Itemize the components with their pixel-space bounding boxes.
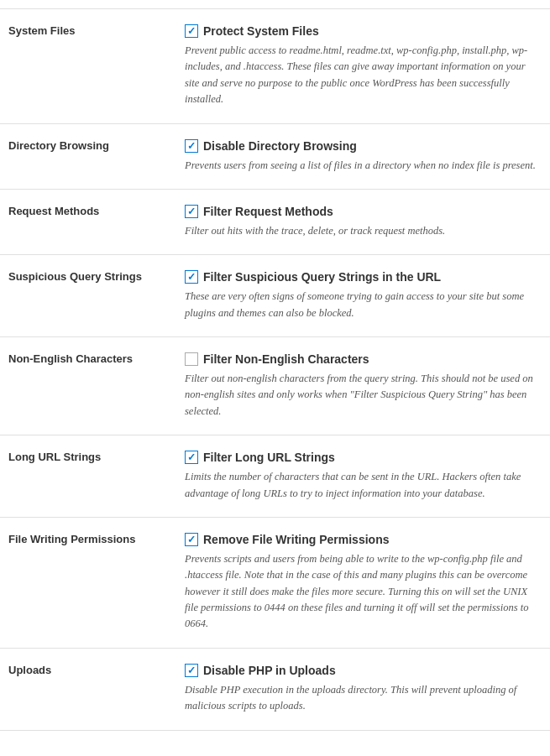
checkbox-long-url-strings[interactable] bbox=[185, 451, 198, 464]
checkbox-request-methods[interactable] bbox=[185, 205, 198, 218]
content-suspicious-query-strings: Filter Suspicious Query Strings in the U… bbox=[176, 255, 550, 337]
title-text-request-methods: Filter Request Methods bbox=[203, 205, 333, 218]
label-request-methods: Request Methods bbox=[0, 189, 176, 254]
title-text-long-url-strings: Filter Long URL Strings bbox=[203, 451, 335, 464]
description-request-methods: Filter out hits with the trace, delete, … bbox=[185, 223, 537, 239]
settings-table: System FilesProtect System FilesPrevent … bbox=[0, 8, 550, 731]
row-directory-browsing: Directory BrowsingDisable Directory Brow… bbox=[0, 123, 550, 189]
content-non-english-characters: Filter Non-English CharactersFilter out … bbox=[176, 337, 550, 435]
label-non-english-characters: Non-English Characters bbox=[0, 337, 176, 435]
row-system-files: System FilesProtect System FilesPrevent … bbox=[0, 9, 550, 124]
description-suspicious-query-strings: These are very often signs of someone tr… bbox=[185, 289, 537, 321]
content-file-writing-permissions: Remove File Writing PermissionsPrevents … bbox=[176, 517, 550, 648]
title-text-non-english-characters: Filter Non-English Characters bbox=[203, 352, 369, 366]
title-text-suspicious-query-strings: Filter Suspicious Query Strings in the U… bbox=[203, 270, 441, 284]
row-non-english-characters: Non-English CharactersFilter Non-English… bbox=[0, 337, 550, 435]
title-text-system-files: Protect System Files bbox=[203, 24, 319, 38]
checkbox-uploads[interactable] bbox=[185, 664, 198, 677]
checkbox-file-writing-permissions[interactable] bbox=[185, 533, 198, 546]
content-uploads: Disable PHP in UploadsDisable PHP execut… bbox=[176, 648, 550, 730]
checkbox-directory-browsing[interactable] bbox=[185, 139, 198, 153]
title-text-uploads: Disable PHP in Uploads bbox=[203, 664, 336, 677]
row-request-methods: Request MethodsFilter Request MethodsFil… bbox=[0, 189, 550, 254]
label-uploads: Uploads bbox=[0, 648, 176, 730]
label-system-files: System Files bbox=[0, 9, 176, 124]
label-suspicious-query-strings: Suspicious Query Strings bbox=[0, 255, 176, 337]
checkbox-suspicious-query-strings[interactable] bbox=[185, 270, 198, 284]
row-suspicious-query-strings: Suspicious Query StringsFilter Suspiciou… bbox=[0, 255, 550, 337]
label-directory-browsing: Directory Browsing bbox=[0, 123, 176, 189]
description-file-writing-permissions: Prevents scripts and users from being ab… bbox=[185, 551, 537, 633]
option-title-uploads: Disable PHP in Uploads bbox=[185, 664, 537, 677]
checkbox-system-files[interactable] bbox=[185, 24, 198, 38]
description-non-english-characters: Filter out non-english characters from t… bbox=[185, 371, 537, 420]
title-text-directory-browsing: Disable Directory Browsing bbox=[203, 139, 357, 153]
description-long-url-strings: Limits the number of characters that can… bbox=[185, 469, 537, 502]
content-system-files: Protect System FilesPrevent public acces… bbox=[176, 9, 550, 124]
row-long-url-strings: Long URL StringsFilter Long URL StringsL… bbox=[0, 435, 550, 518]
checkbox-non-english-characters[interactable] bbox=[185, 352, 198, 366]
description-uploads: Disable PHP execution in the uploads dir… bbox=[185, 682, 537, 715]
option-title-non-english-characters: Filter Non-English Characters bbox=[185, 352, 537, 366]
option-title-request-methods: Filter Request Methods bbox=[185, 205, 537, 218]
description-directory-browsing: Prevents users from seeing a list of fil… bbox=[185, 158, 537, 174]
option-title-suspicious-query-strings: Filter Suspicious Query Strings in the U… bbox=[185, 270, 537, 284]
label-file-writing-permissions: File Writing Permissions bbox=[0, 517, 176, 648]
row-file-writing-permissions: File Writing PermissionsRemove File Writ… bbox=[0, 517, 550, 648]
content-directory-browsing: Disable Directory BrowsingPrevents users… bbox=[176, 123, 550, 189]
option-title-directory-browsing: Disable Directory Browsing bbox=[185, 139, 537, 153]
content-long-url-strings: Filter Long URL StringsLimits the number… bbox=[176, 435, 550, 518]
option-title-file-writing-permissions: Remove File Writing Permissions bbox=[185, 533, 537, 546]
label-long-url-strings: Long URL Strings bbox=[0, 435, 176, 518]
option-title-system-files: Protect System Files bbox=[185, 24, 537, 38]
row-uploads: UploadsDisable PHP in UploadsDisable PHP… bbox=[0, 648, 550, 730]
content-request-methods: Filter Request MethodsFilter out hits wi… bbox=[176, 189, 550, 254]
description-system-files: Prevent public access to readme.html, re… bbox=[185, 43, 537, 108]
option-title-long-url-strings: Filter Long URL Strings bbox=[185, 451, 537, 464]
title-text-file-writing-permissions: Remove File Writing Permissions bbox=[203, 533, 389, 546]
